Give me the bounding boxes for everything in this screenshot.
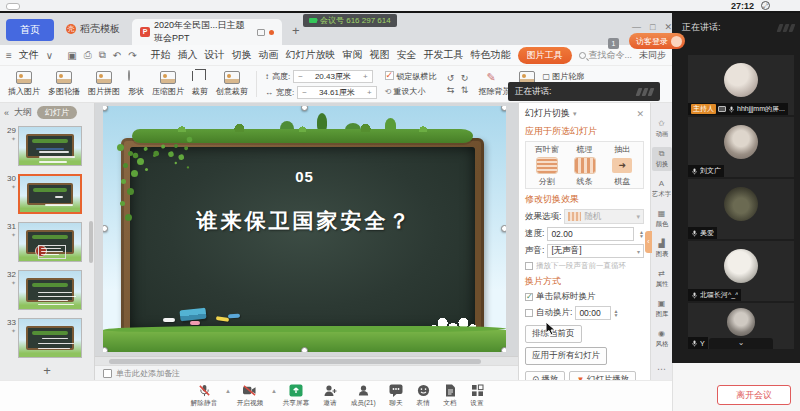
auto-advance-time-input[interactable]: 00:00 xyxy=(575,306,611,320)
spinner-icons[interactable]: ▲▼ xyxy=(639,230,644,238)
insert-picture-button[interactable]: 插入图片 xyxy=(8,71,40,97)
menu-features[interactable]: 特色功能 xyxy=(471,48,511,62)
notes-bar[interactable]: 单击此处添加备注 xyxy=(95,365,518,380)
transition-lines-thumb[interactable] xyxy=(566,158,604,173)
chevron-down-icon[interactable]: ∨ xyxy=(46,50,53,61)
invite-button[interactable]: 邀请 xyxy=(323,384,337,408)
participant-tile[interactable]: 刘文广 xyxy=(688,117,794,177)
chat-button[interactable]: 聊天 xyxy=(389,384,403,408)
compress-button[interactable]: 压缩图片 xyxy=(152,71,184,97)
slide-thumbnail-29[interactable] xyxy=(18,126,82,166)
menu-view[interactable]: 视图 xyxy=(370,48,390,62)
chevron-up-icon[interactable]: ▲ xyxy=(225,388,231,394)
menu-start[interactable]: 开始 xyxy=(151,48,171,62)
participant-tile[interactable]: Y ⌄ xyxy=(688,303,794,349)
start-video-button[interactable]: 开启视频 xyxy=(236,384,264,408)
menu-slideshow[interactable]: 幻灯片放映 xyxy=(286,48,336,62)
remove-background-button[interactable]: ✎抠除背景 xyxy=(479,71,511,97)
collapse-tiles-button[interactable]: ⌄ xyxy=(709,338,773,349)
panel-scrollbar[interactable] xyxy=(89,221,93,263)
shapes-button[interactable]: 形状 xyxy=(128,71,144,97)
collapse-strip-icon[interactable]: ‹ xyxy=(645,231,652,253)
participant-tile[interactable]: 北疆长河^_^ xyxy=(688,241,794,301)
auto-advance-checkbox[interactable]: 自动换片: 00:00 ▲▼ xyxy=(525,306,644,320)
minimize-button[interactable]: — xyxy=(632,22,641,32)
loop-sound-checkbox[interactable]: 播放下一段声音前一直循环 xyxy=(525,261,644,271)
tab-transition-selected[interactable]: ⧉切换 xyxy=(652,147,672,171)
sound-dropdown[interactable]: [无声音]▾ xyxy=(547,244,644,258)
resize-handle-ne[interactable] xyxy=(501,106,506,111)
leave-meeting-button[interactable]: 离开会议 xyxy=(717,385,791,405)
transition-lines[interactable]: 线条 xyxy=(566,176,604,187)
tab-slides[interactable]: 幻灯片 xyxy=(37,106,77,119)
transition-checkerboard-thumb[interactable]: ➜ xyxy=(603,158,641,173)
slide-thumbnail-33[interactable] xyxy=(18,318,82,358)
tab-outline[interactable]: 大纲 xyxy=(14,106,32,119)
meeting-id-badge[interactable]: 会议号 616 297 614 xyxy=(303,14,397,27)
members-button[interactable]: 成员(21) xyxy=(350,384,376,408)
close-panel-icon[interactable]: ✕ xyxy=(636,109,644,119)
resize-handle-nw[interactable] xyxy=(103,106,108,111)
tab-chart[interactable]: ▟图表 xyxy=(652,237,672,261)
tab-template[interactable]: 壳 稻壳模板 xyxy=(54,17,132,41)
docs-button[interactable]: 文档 xyxy=(443,384,457,408)
menu-review[interactable]: 审阅 xyxy=(343,48,363,62)
tab-animation[interactable]: ✩动画 xyxy=(652,117,672,141)
on-click-checkbox[interactable]: 单击鼠标时换片 xyxy=(525,291,644,303)
transition-split[interactable]: 分割 xyxy=(528,176,566,187)
slide-image[interactable]: 05 谁来保卫国家安全？ xyxy=(103,106,506,352)
expand-icon[interactable]: ⤢ xyxy=(761,1,770,10)
menu-transition[interactable]: 切换 xyxy=(232,48,252,62)
picture-tools-tab[interactable]: 图片工具 xyxy=(518,47,572,64)
resize-handle-s[interactable] xyxy=(301,347,308,352)
spinner-icons[interactable]: ▲▼ xyxy=(613,309,618,317)
tab-home[interactable]: 首页 xyxy=(6,19,54,41)
transition-pull[interactable]: 抽出 xyxy=(603,144,641,155)
more-tabs-icon[interactable]: ⋯ xyxy=(657,364,666,374)
apply-to-all-button[interactable]: 应用于所有幻灯片 xyxy=(525,347,607,365)
participant-tile[interactable]: 吴爱 xyxy=(688,179,794,239)
undo-icon[interactable]: ↶ xyxy=(113,50,121,61)
chevron-up-icon[interactable]: ▲ xyxy=(271,388,277,394)
save-icon[interactable]: ▣ xyxy=(67,50,76,61)
menu-design[interactable]: 设计 xyxy=(205,48,225,62)
resize-handle-se[interactable] xyxy=(501,347,506,352)
slide-thumbnail-30-selected[interactable] xyxy=(18,174,82,214)
chevron-down-icon[interactable]: ▾ xyxy=(573,110,577,118)
search-command[interactable]: 查找命令... xyxy=(579,49,633,62)
resize-handle-n[interactable] xyxy=(301,106,308,111)
redo-icon[interactable]: ↷ xyxy=(128,50,136,61)
picture-outline-button[interactable]: ▢ 图片轮廓 xyxy=(543,71,585,82)
rotate-right-icon[interactable]: ↻ xyxy=(459,73,471,83)
horizontal-scrollbar[interactable] xyxy=(95,356,518,365)
reset-size-button[interactable]: ⟲ 重设大小 xyxy=(385,86,437,97)
transition-split-thumb[interactable] xyxy=(528,158,566,173)
guest-login-button[interactable]: 访客登录 xyxy=(629,33,685,49)
collage-button[interactable]: 图片拼图 xyxy=(88,71,120,97)
speed-input[interactable]: 02.00 xyxy=(547,227,634,241)
tab-style[interactable]: ◉风格 xyxy=(652,327,672,351)
tab-wordart[interactable]: A艺术字 xyxy=(652,177,672,201)
settings-button[interactable]: 设置 xyxy=(470,384,484,408)
flip-v-icon[interactable]: ⇅ xyxy=(459,85,471,95)
close-button[interactable]: ✕ xyxy=(664,22,672,32)
transition-blinds[interactable]: 百叶窗 xyxy=(528,144,566,155)
resize-handle-sw[interactable] xyxy=(103,347,108,352)
menu-security[interactable]: 安全 xyxy=(397,48,417,62)
transition-checkerboard[interactable]: 棋盘 xyxy=(603,176,641,187)
rotate-left-icon[interactable]: ↺ xyxy=(445,73,457,83)
width-stepper[interactable]: −34.61厘米+ xyxy=(297,86,376,99)
crop-button[interactable]: 裁剪 xyxy=(192,71,208,97)
print-icon[interactable]: ⎙ xyxy=(84,49,92,61)
menu-insert[interactable]: 插入 xyxy=(178,48,198,62)
carousel-button[interactable]: 多图轮播 xyxy=(48,71,80,97)
unmute-button[interactable]: 解除静音 xyxy=(190,384,218,408)
height-stepper[interactable]: −20.43厘米+ xyxy=(293,70,372,83)
creative-crop-button[interactable]: 创意裁剪 xyxy=(216,71,248,97)
collapse-panel-icon[interactable]: « xyxy=(4,108,9,118)
tab-document[interactable]: P 2020年全民国...日主题班会PPT xyxy=(132,19,282,45)
participant-tile-host[interactable]: 主持人 hhhjjjmm的屏... xyxy=(688,55,794,115)
lock-ratio-checkbox[interactable]: 锁定纵横比 xyxy=(385,71,437,82)
tab-color[interactable]: ▦颜色 xyxy=(652,207,672,231)
maximize-button[interactable]: □ xyxy=(650,22,655,32)
